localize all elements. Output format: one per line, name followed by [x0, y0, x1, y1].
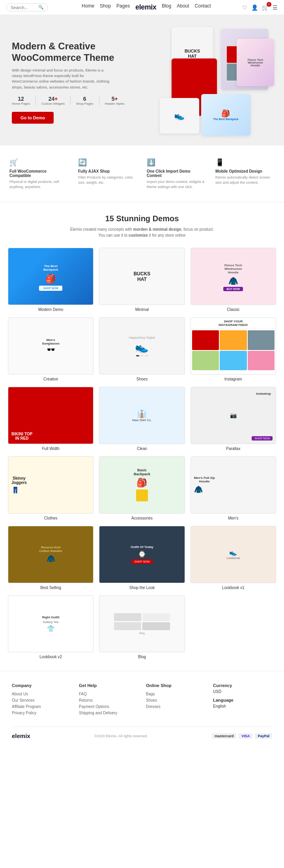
wishlist-icon[interactable]: ♡	[242, 4, 247, 11]
cart-badge[interactable]: 🛒 0	[262, 4, 269, 11]
footer-link-returns[interactable]: Returns	[79, 698, 138, 702]
demo-item-instagram[interactable]: SHOP YOURINSTAGRAM FEED! Instagram	[191, 317, 276, 381]
footer-brand: elemix	[12, 732, 30, 739]
footer-copyright: ©2020 Elemix. All rights reserved.	[94, 734, 148, 738]
demo-item-clothes[interactable]: SkinnyJoggers 👖 Clothes	[8, 456, 93, 520]
hero-img-backpack: 🎒 The Best Backpack	[201, 94, 250, 136]
demo-item-minimal[interactable]: BUCKSHAT Minimal	[99, 248, 185, 312]
footer-cols: Company About Us Our Services Affiliate …	[12, 683, 272, 717]
demo-item-lookbook1[interactable]: 👟 Lookbook Lookbook v1	[191, 526, 276, 590]
demo-thumb-accessories: BasicBackpack 🎒	[99, 456, 185, 514]
demo-item-shoplook[interactable]: Outfit Of Today ⌚ SHOP NOW Shop the Look	[99, 526, 185, 590]
hero-section: Modern & Creative WooCommerce Theme With…	[0, 15, 284, 145]
stat-label: Home Pages	[12, 102, 30, 105]
hero-img-hoodie: Fleece TechWindrunnerHoodie	[237, 39, 274, 86]
footer-link-bags[interactable]: Bags	[146, 692, 205, 696]
demo-item-shoes[interactable]: HappyShop Digital 👟 Shoes	[99, 317, 185, 381]
feature-title: Fully AJAX Shop	[78, 169, 137, 173]
account-icon[interactable]: 👤	[251, 4, 258, 11]
demo-thumb-clothes: SkinnyJoggers 👖	[8, 456, 93, 514]
feature-title: Full WooCommerce Compatible	[9, 169, 69, 178]
demo-thumb-blog: Blog	[99, 595, 185, 653]
hero-desc: With design minimal and focus on product…	[12, 68, 110, 90]
demo-label-bestselling: Best Selling	[8, 586, 93, 590]
menu-icon[interactable]: ☰	[273, 4, 278, 11]
main-nav: Home Shop Pages elemix Blog About Contac…	[54, 3, 238, 11]
demo-thumb-classic: Fleece TechWindrunnerHoodie 🧥 BUY NOW	[191, 248, 276, 305]
footer-link-shipping[interactable]: Shipping and Delivery	[79, 711, 138, 715]
demo-item-parallax[interactable]: Instashop 📷 SHOP NOW Parallax	[191, 387, 276, 451]
nav-about[interactable]: About	[177, 3, 189, 11]
demo-item-blog[interactable]: Blog Blog	[99, 595, 185, 659]
payment-mastercard: mastercard	[212, 733, 237, 739]
demo-item-classic[interactable]: Fleece TechWindrunnerHoodie 🧥 BUY NOW Cl…	[191, 248, 276, 312]
demo-label-blog: Blog	[99, 655, 185, 659]
stat-num: 24+	[41, 96, 65, 102]
footer-link-payment[interactable]: Payment Options	[79, 704, 138, 709]
demo-item-mens[interactable]: Men's Full ZipHoodie 🧥 Men's	[191, 456, 276, 520]
demo-label-shoplook: Shop the Look	[99, 586, 185, 590]
footer-language-value[interactable]: English	[213, 704, 272, 708]
demo-item-accessories[interactable]: BasicBackpack 🎒 Accessories	[99, 456, 185, 520]
stat-num: 12	[12, 96, 30, 102]
search-input[interactable]	[11, 5, 38, 10]
footer-col-shop: Online Shop Bags Shoes Dresses	[146, 683, 205, 717]
feature-desc: Physical or digital products, sell anyth…	[9, 179, 69, 189]
footer-currency-value[interactable]: USD	[213, 689, 272, 694]
stat-num: 6	[76, 96, 93, 102]
stat-widgets: 24+ Custom Widgets	[38, 96, 68, 105]
woocommerce-icon: 🛒	[9, 158, 69, 167]
nav-shop[interactable]: Shop	[100, 3, 111, 11]
demo-item-lookbook2[interactable]: Right Outfit Gallery Tee 👕 Lookbook v2	[8, 595, 93, 659]
demo-item-creative[interactable]: Men'sSunglasses 🕶️ Creative	[8, 317, 93, 381]
footer-link-about[interactable]: About Us	[12, 692, 71, 696]
demo-label-fullwidth: Full Width	[8, 446, 93, 451]
footer-link-privacy[interactable]: Privacy Policy	[12, 711, 71, 715]
demo-label-lookbook1: Lookbook v1	[191, 586, 276, 590]
nav-contact[interactable]: Contact	[195, 3, 211, 11]
demo-label-minimal: Minimal	[99, 307, 185, 312]
demo-thumb-bestselling: Reserve KnitCotton Sweater 🧥	[8, 526, 93, 583]
footer-col-title-shop: Online Shop	[146, 683, 205, 688]
demo-label-clothes: Clothes	[8, 516, 93, 520]
stat-label: Header Styles	[105, 102, 125, 105]
feature-mobile: 📱 Mobile Optimized Design Elemix automat…	[212, 155, 278, 192]
demo-item-fullwidth[interactable]: BIKINI TOPIN RED Full Width	[8, 387, 93, 451]
demos-subtitle: Elemix created many concepts with morden…	[8, 226, 276, 238]
footer-col-settings: Currency USD Language English	[213, 683, 272, 717]
header-icons: ♡ 👤 🛒 0 ☰	[242, 4, 278, 11]
footer-link-dresses[interactable]: Dresses	[146, 704, 205, 709]
demo-item-modern[interactable]: The BestBackpack 🎒 SHOP NOW Modern Demo	[8, 248, 93, 312]
footer-link-services[interactable]: Our Services	[12, 698, 71, 702]
stat-label: Custom Widgets	[41, 102, 65, 105]
nav-pages[interactable]: Pages	[116, 3, 130, 11]
stat-num: 5+	[105, 96, 125, 102]
stat-home-pages: 12 Home Pages	[12, 96, 33, 105]
demo-item-bestselling[interactable]: Reserve KnitCotton Sweater 🧥 Best Sellin…	[8, 526, 93, 590]
feature-ajax: 🔄 Fully AJAX Shop Filter Products by cat…	[75, 155, 140, 192]
footer-currency-label: Currency	[213, 683, 272, 688]
demo-label-accessories: Accessories	[99, 516, 185, 520]
hero-right: Instashop BUCKSHAT BIKINI TOPIN RED Flee…	[132, 27, 272, 137]
hero-stats: 12 Home Pages 24+ Custom Widgets 6 Shop …	[12, 96, 132, 105]
demo-thumb-modern: The BestBackpack 🎒 SHOP NOW	[8, 248, 93, 305]
demo-thumb-mens: Men's Full ZipHoodie 🧥	[191, 456, 276, 514]
footer-link-affiliate[interactable]: Affiliate Program	[12, 704, 71, 709]
footer-link-faq[interactable]: FAQ	[79, 692, 138, 696]
footer-col-company: Company About Us Our Services Affiliate …	[12, 683, 71, 717]
demo-label-lookbook2: Lookbook v2	[8, 655, 93, 659]
nav-blog[interactable]: Blog	[162, 3, 171, 11]
nav-home[interactable]: Home	[82, 3, 94, 11]
hero-title: Modern & Creative WooCommerce Theme	[12, 41, 132, 64]
demo-item-clean[interactable]: 👔 New Shirt Co. Clean	[99, 387, 185, 451]
hero-img-shoes: 👟	[160, 98, 199, 134]
go-to-demo-button[interactable]: Go to Demo	[12, 112, 54, 124]
feature-title: One Click Import Demo Content	[147, 169, 206, 178]
demo-thumb-lookbook1: 👟 Lookbook	[191, 526, 276, 583]
import-icon: ⬇️	[147, 158, 206, 167]
payment-visa: VISA	[239, 733, 252, 739]
payment-paypal: PayPal	[255, 733, 272, 739]
feature-woocommerce: 🛒 Full WooCommerce Compatible Physical o…	[6, 155, 72, 192]
footer-link-shoes[interactable]: Shoes	[146, 698, 205, 702]
demos-title: 15 Stunning Demos	[8, 214, 276, 223]
